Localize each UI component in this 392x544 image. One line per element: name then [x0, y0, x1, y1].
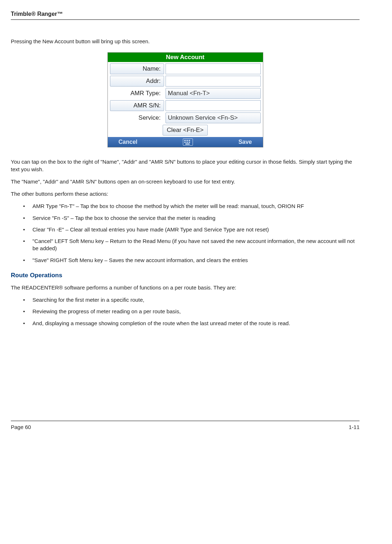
clear-button[interactable]: Clear <Fn-E> [163, 125, 207, 136]
window-title: New Account [108, 53, 263, 62]
footer-page-right: 1-11 [349, 424, 360, 430]
paragraph-route-intro: The READCENTER® software performs a numb… [11, 284, 360, 291]
name-label-button[interactable]: Name: [110, 63, 164, 74]
row-name: Name: [110, 63, 261, 74]
row-service: Service: Unknown Service <Fn-S> [110, 112, 261, 123]
list-item: Service "Fn -S" – Tap the box to choose … [11, 214, 360, 222]
list-item: "Cancel" LEFT Soft Menu key – Return to … [11, 238, 360, 252]
route-operations-heading: Route Operations [11, 272, 360, 279]
name-input[interactable] [166, 63, 261, 74]
routes-list: Searching for the first meter in a speci… [11, 296, 360, 327]
list-item: Reviewing the progress of meter reading … [11, 308, 360, 315]
page-footer: Page 60 1-11 [11, 421, 360, 430]
amr-type-button[interactable]: Manual <Fn-T> [166, 88, 261, 99]
service-label: Service: [110, 112, 164, 123]
list-item: AMR Type "Fn-T" – Tap the box to choose … [11, 203, 360, 210]
paragraph-tap-fields: You can tap on the box to the right of "… [11, 158, 360, 173]
save-softkey[interactable]: Save [238, 139, 252, 145]
intro-text: Pressing the New Account button will bri… [11, 38, 360, 45]
softkey-bar: Cancel Save [108, 137, 263, 147]
keyboard-icon[interactable] [183, 138, 193, 146]
amr-sn-input[interactable] [166, 100, 261, 111]
addr-input[interactable] [166, 76, 261, 87]
paragraph-other-buttons: The other buttons perform these actions: [11, 190, 360, 198]
list-item: "Save" RIGHT Soft Menu key – Saves the n… [11, 257, 360, 264]
row-amr-type: AMR Type: Manual <Fn-T> [110, 88, 261, 99]
page-header: Trimble® Ranger™ [11, 11, 360, 20]
addr-label-button[interactable]: Addr: [110, 76, 164, 87]
row-addr: Addr: [110, 76, 261, 87]
new-account-window: New Account Name: Addr: AMR Type: Manual… [107, 52, 263, 147]
list-item: And, displaying a message showing comple… [11, 320, 360, 327]
row-amr-sn: AMR S/N: [110, 100, 261, 111]
list-item: Searching for the first meter in a speci… [11, 296, 360, 304]
screenshot-figure: New Account Name: Addr: AMR Type: Manual… [11, 52, 360, 147]
service-button[interactable]: Unknown Service <Fn-S> [166, 112, 261, 123]
amr-type-label: AMR Type: [110, 88, 164, 99]
row-clear: Clear <Fn-E> [110, 125, 261, 136]
actions-list: AMR Type "Fn-T" – Tap the box to choose … [11, 203, 360, 264]
cancel-softkey[interactable]: Cancel [119, 139, 137, 145]
amr-sn-label-button[interactable]: AMR S/N: [110, 100, 164, 111]
footer-page-left: Page 60 [11, 424, 31, 430]
list-item: Clear "Fn -E" – Clear all textual entrie… [11, 226, 360, 233]
paragraph-onscreen-keyboard: The "Name", "Addr" and "AMR S/N" buttons… [11, 178, 360, 185]
